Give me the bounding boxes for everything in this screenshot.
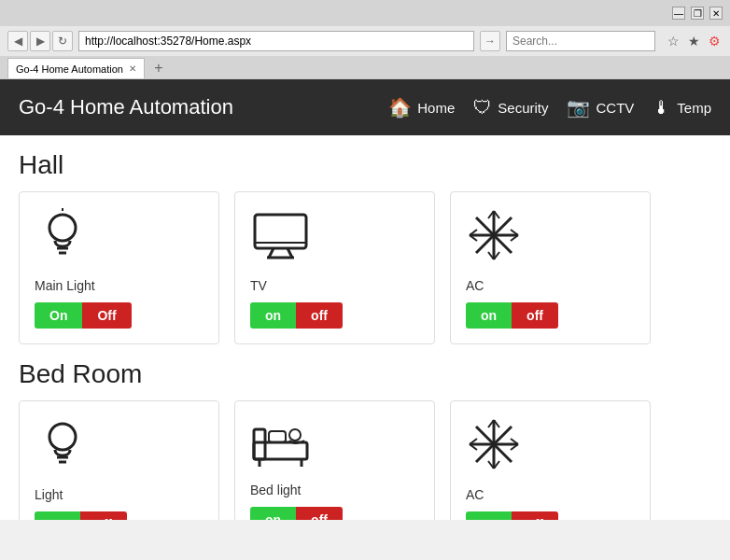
svg-point-21	[49, 424, 76, 450]
window-controls: — ❐ ✕	[672, 7, 723, 20]
temp-icon: 🌡	[653, 97, 671, 119]
security-icon: 🛡	[473, 97, 492, 119]
hall-tv-on-button[interactable]: on	[250, 302, 296, 329]
bed-ac-label: AC	[466, 487, 484, 502]
minimize-button[interactable]: —	[672, 7, 685, 20]
close-button[interactable]: ✕	[709, 7, 723, 20]
refresh-button[interactable]: ↻	[52, 31, 73, 51]
card-hall-tv: TV on off	[234, 191, 435, 344]
bed-ac-toggle: on off	[466, 511, 558, 520]
nav-home[interactable]: 🏠 Home	[388, 96, 455, 119]
nav-security[interactable]: 🛡 Security	[473, 97, 548, 119]
bed-bedlight-toggle: on off	[250, 507, 343, 520]
app-title: Go-4 Home Automation	[19, 95, 233, 119]
bed-bedlight-label: Bed light	[250, 483, 301, 497]
title-bar: — ❐ ✕	[0, 0, 730, 26]
go-button[interactable]: →	[480, 31, 500, 51]
bed-light-toggle: on off	[35, 511, 127, 520]
hall-ac-label: AC	[466, 278, 484, 293]
nav-menu: 🏠 Home 🛡 Security 📷 CCTV 🌡 Temp	[388, 96, 711, 119]
bed-icon	[250, 416, 311, 475]
browser-icons: ☆ ★ ⚙	[665, 33, 723, 49]
content-area: Hall Main Light On	[0, 135, 730, 520]
snowflake-icon	[466, 207, 522, 271]
forward-button[interactable]: ▶	[30, 31, 50, 51]
bed-ac-off-button[interactable]: off	[512, 511, 558, 520]
svg-point-27	[289, 429, 301, 441]
light-icon	[35, 207, 91, 271]
svg-rect-24	[254, 442, 307, 459]
app-header: Go-4 Home Automation 🏠 Home 🛡 Security 📷…	[0, 79, 730, 135]
svg-rect-25	[254, 429, 265, 459]
svg-point-0	[49, 215, 76, 241]
svg-rect-26	[269, 431, 286, 442]
card-hall-ac: AC on off	[450, 191, 651, 344]
hall-cards: Main Light On Off	[19, 191, 711, 344]
nav-home-label: Home	[417, 100, 455, 116]
bed-bedlight-off-button[interactable]: off	[296, 507, 343, 520]
bed-ac-on-button[interactable]: on	[466, 511, 512, 520]
new-tab-button[interactable]: +	[148, 58, 169, 78]
card-bed-ac: AC on off	[450, 400, 651, 520]
nav-cctv[interactable]: 📷 CCTV	[567, 96, 634, 119]
bedroom-cards: Light on off	[19, 400, 711, 520]
bedroom-section: Bed Room Light on off	[19, 359, 711, 520]
hall-light-label: Main Light	[35, 278, 95, 293]
search-input[interactable]	[506, 31, 655, 51]
bed-ac-snowflake-icon	[466, 416, 522, 480]
bed-light-on-button[interactable]: on	[35, 511, 80, 520]
hall-light-on-button[interactable]: On	[35, 302, 82, 329]
hall-ac-toggle: on off	[466, 302, 558, 329]
card-hall-light: Main Light On Off	[19, 191, 219, 344]
tab-close-button[interactable]: ✕	[129, 63, 136, 74]
restore-button[interactable]: ❐	[691, 7, 704, 20]
bedroom-title: Bed Room	[19, 359, 711, 389]
cctv-icon: 📷	[567, 96, 590, 119]
browser-chrome: — ❐ ✕ ◀ ▶ ↻ → ☆ ★ ⚙ Go-4 Home Automation…	[0, 0, 730, 79]
card-bed-bedlight: Bed light on off	[234, 400, 435, 520]
bed-bedlight-on-button[interactable]: on	[250, 507, 296, 520]
card-bed-light: Light on off	[19, 400, 219, 520]
app-container: Go-4 Home Automation 🏠 Home 🛡 Security 📷…	[0, 79, 730, 520]
settings-icon[interactable]: ⚙	[706, 33, 723, 49]
tab-label: Go-4 Home Automation	[16, 63, 123, 75]
bed-light-icon	[35, 416, 91, 480]
bed-light-label: Light	[35, 487, 63, 502]
hall-tv-off-button[interactable]: off	[296, 302, 343, 329]
home-icon: 🏠	[388, 96, 412, 119]
hall-title: Hall	[19, 150, 711, 180]
bed-light-off-button[interactable]: off	[80, 511, 127, 520]
nav-temp-label: Temp	[677, 100, 711, 116]
address-input[interactable]	[78, 31, 474, 51]
bookmark-icon[interactable]: ★	[685, 33, 702, 49]
nav-temp[interactable]: 🌡 Temp	[653, 97, 711, 119]
tv-icon	[250, 207, 311, 271]
hall-tv-label: TV	[250, 278, 267, 293]
hall-ac-off-button[interactable]: off	[512, 302, 558, 329]
hall-tv-toggle: on off	[250, 302, 343, 329]
hall-light-toggle: On Off	[35, 302, 132, 329]
hall-ac-on-button[interactable]: on	[466, 302, 512, 329]
active-tab[interactable]: Go-4 Home Automation ✕	[7, 58, 145, 78]
hall-section: Hall Main Light On	[19, 150, 711, 344]
hall-light-off-button[interactable]: Off	[82, 302, 131, 329]
nav-cctv-label: CCTV	[596, 100, 634, 116]
back-button[interactable]: ◀	[7, 31, 28, 51]
nav-buttons: ◀ ▶ ↻	[7, 31, 73, 51]
nav-security-label: Security	[498, 100, 548, 116]
address-bar: ◀ ▶ ↻ → ☆ ★ ⚙	[0, 26, 730, 56]
star-icon[interactable]: ☆	[665, 33, 681, 49]
browser-tabs: Go-4 Home Automation ✕ +	[0, 56, 730, 78]
